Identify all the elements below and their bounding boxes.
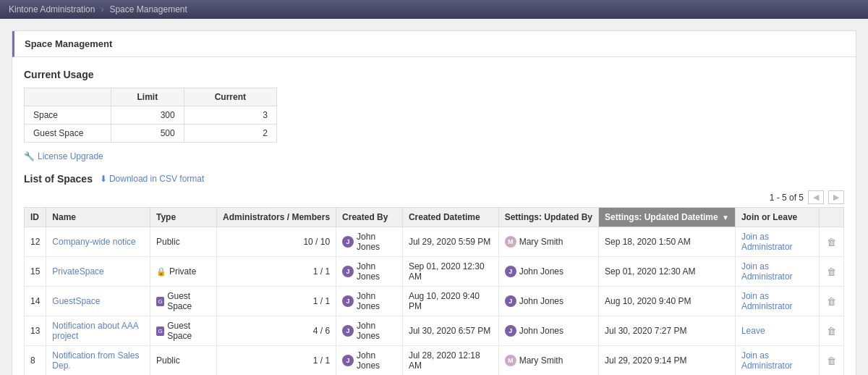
spaces-col-header: ID <box>25 208 46 227</box>
spaces-table: IDNameTypeAdministrators / MembersCreate… <box>24 207 844 375</box>
space-type: G Guest Space <box>150 316 216 346</box>
next-page-button[interactable]: ▶ <box>828 190 844 204</box>
spaces-col-header: Join or Leave <box>735 208 819 227</box>
usage-row-label: Space <box>25 106 111 125</box>
topbar-link-space-management[interactable]: Space Management <box>109 4 187 14</box>
space-created-datetime: Sep 01, 2020 12:30 AM <box>402 257 498 287</box>
space-name-link[interactable]: Notification from Sales Dep. <box>52 350 139 371</box>
table-row: 13Notification about AAA projectG Guest … <box>25 316 844 346</box>
space-type: Public <box>150 346 216 376</box>
spaces-col-header: Created Datetime <box>402 208 498 227</box>
space-created-by: J John Jones <box>336 287 403 316</box>
space-type: Public <box>150 227 216 257</box>
space-join-leave: Leave <box>735 316 819 346</box>
space-delete-cell: 🗑 <box>819 316 843 346</box>
usage-col-limit: Limit <box>111 88 184 106</box>
space-updated-datetime: Sep 01, 2020 12:30 AM <box>598 257 735 287</box>
space-id: 15 <box>25 257 46 287</box>
space-delete-cell: 🗑 <box>819 257 843 287</box>
updated-by-name: John Jones <box>519 326 563 336</box>
delete-space-button[interactable]: 🗑 <box>825 326 838 337</box>
avatar: J <box>505 295 516 307</box>
user-cell: J John Jones <box>342 261 396 282</box>
csv-link-label: Download in CSV format <box>109 174 204 184</box>
leave-link[interactable]: Leave <box>741 326 765 336</box>
prev-page-button[interactable]: ◀ <box>808 190 824 204</box>
space-created-datetime: Jul 30, 2020 6:57 PM <box>402 316 498 346</box>
list-header: List of Spaces ⬇ Download in CSV format <box>24 173 844 185</box>
type-cell: G Guest Space <box>156 291 210 311</box>
space-name: Company-wide notice <box>46 227 150 257</box>
created-by-name: John Jones <box>357 261 396 282</box>
topbar-link-kintone[interactable]: Kintone Administration <box>9 4 95 14</box>
space-type: G Guest Space <box>150 287 216 316</box>
delete-space-button[interactable]: 🗑 <box>825 237 838 248</box>
spaces-col-header: Created By <box>336 208 403 227</box>
space-updated-by: J John Jones <box>498 257 598 287</box>
space-created-datetime: Jul 28, 2020 12:18 AM <box>402 346 498 376</box>
space-members: 10 / 10 <box>217 227 336 257</box>
type-cell: 🔒 Private <box>156 266 210 277</box>
table-row: 12Company-wide noticePublic10 / 10 J Joh… <box>25 227 844 257</box>
upgrade-icon: 🔧 <box>24 151 35 161</box>
space-delete-cell: 🗑 <box>819 227 843 257</box>
space-updated-datetime: Sep 18, 2020 1:50 AM <box>598 227 735 257</box>
space-name-link[interactable]: Notification about AAA project <box>52 321 138 341</box>
delete-space-button[interactable]: 🗑 <box>825 355 838 366</box>
join-as-admin-link[interactable]: Join as Administrator <box>741 232 793 252</box>
table-row: 8Notification from Sales Dep.Public1 / 1… <box>25 346 844 376</box>
avatar: M <box>505 355 516 366</box>
space-updated-by: J John Jones <box>498 287 598 316</box>
space-created-by: J John Jones <box>336 257 403 287</box>
usage-row-limit: 500 <box>111 125 184 143</box>
space-id: 14 <box>25 287 46 316</box>
list-section-title: List of Spaces <box>24 173 93 185</box>
space-name-link[interactable]: GuestSpace <box>52 296 100 306</box>
download-icon: ⬇ <box>100 174 107 184</box>
spaces-col-header: Administrators / Members <box>217 208 336 227</box>
space-created-by: J John Jones <box>336 227 403 257</box>
space-updated-datetime: Jul 29, 2020 9:14 PM <box>598 346 735 376</box>
join-as-admin-link[interactable]: Join as Administrator <box>741 350 793 371</box>
page-title: Space Management <box>12 31 856 57</box>
space-id: 8 <box>25 346 46 376</box>
join-as-admin-link[interactable]: Join as Administrator <box>741 291 793 311</box>
updated-by-name: Mary Smith <box>519 355 563 366</box>
space-name-link[interactable]: PrivateSpace <box>52 266 103 277</box>
space-type: 🔒 Private <box>150 257 216 287</box>
page-panel: Space Management Current Usage Limit Cur… <box>12 30 856 375</box>
user-cell: J John Jones <box>505 295 592 307</box>
delete-space-button[interactable]: 🗑 <box>825 296 838 307</box>
table-row: 14GuestSpaceG Guest Space1 / 1 J John Jo… <box>25 287 844 316</box>
spaces-col-delete <box>819 208 843 227</box>
space-id: 13 <box>25 316 46 346</box>
usage-col-current: Current <box>184 88 276 106</box>
usage-row: Guest Space 500 2 <box>25 125 277 143</box>
spaces-col-header: Settings: Updated By <box>498 208 598 227</box>
space-name: PrivateSpace <box>46 257 150 287</box>
spaces-col-header[interactable]: Settings: Updated Datetime ▼ <box>598 208 735 227</box>
join-as-admin-link[interactable]: Join as Administrator <box>741 261 793 282</box>
space-members: 4 / 6 <box>217 316 336 346</box>
user-cell: J John Jones <box>342 232 396 252</box>
space-name-link[interactable]: Company-wide notice <box>52 237 135 247</box>
space-updated-by: J John Jones <box>498 316 598 346</box>
space-name: Notification from Sales Dep. <box>46 346 150 376</box>
guest-icon: G <box>156 326 164 336</box>
usage-row: Space 300 3 <box>25 106 277 125</box>
license-upgrade-link[interactable]: 🔧 License Upgrade <box>24 151 103 161</box>
table-row: 15PrivateSpace🔒 Private1 / 1 J John Jone… <box>25 257 844 287</box>
avatar: J <box>505 325 516 337</box>
space-join-leave: Join as Administrator <box>735 346 819 376</box>
csv-download-link[interactable]: ⬇ Download in CSV format <box>100 174 204 184</box>
delete-space-button[interactable]: 🗑 <box>825 266 838 277</box>
type-cell: G Guest Space <box>156 321 210 341</box>
space-delete-cell: 🗑 <box>819 346 843 376</box>
space-id: 12 <box>25 227 46 257</box>
space-created-by: J John Jones <box>336 316 403 346</box>
usage-row-current: 3 <box>184 106 276 125</box>
guest-icon: G <box>156 297 164 306</box>
lock-icon: 🔒 <box>156 267 166 277</box>
usage-table: Limit Current Space 300 3 Guest Space 50… <box>24 88 277 143</box>
user-cell: J John Jones <box>505 266 592 277</box>
